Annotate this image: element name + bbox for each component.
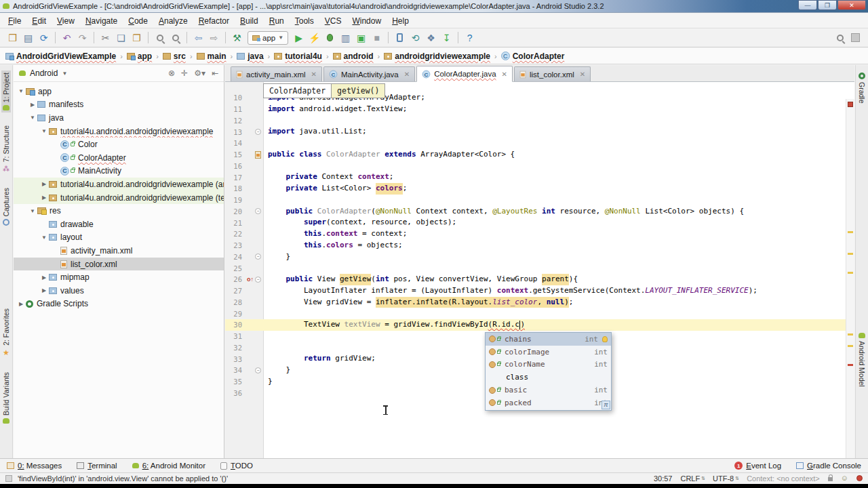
tree-item-values[interactable]: ▶values <box>14 284 224 298</box>
maximize-button[interactable]: ❐ <box>818 0 837 10</box>
toolwindow-button-gradle-console[interactable]: Gradle Console <box>796 462 861 470</box>
project-view-selector[interactable]: Android <box>30 68 58 78</box>
code-line-13[interactable]: 13−import java.util.List; <box>225 126 846 138</box>
chevron-expanded-icon[interactable]: ▼ <box>16 88 26 94</box>
sync-icon[interactable]: ⟳ <box>37 30 51 45</box>
undo-icon[interactable]: ↶ <box>60 30 74 45</box>
toolwindow-button-0-messages[interactable]: 0: Messages <box>7 462 62 470</box>
attach-debugger-icon[interactable]: ▣ <box>354 30 368 45</box>
chevron-collapsed-icon[interactable]: ▶ <box>28 102 37 108</box>
stop-icon[interactable]: ■ <box>370 30 384 45</box>
code-line-19[interactable]: 19 <box>225 195 846 206</box>
breadcrumb-AndroidGridViewExample[interactable]: AndroidGridViewExample <box>5 52 116 61</box>
menu-code[interactable]: Code <box>123 15 153 27</box>
editor-body[interactable]: 10import android.widget.ArrayAdapter;11i… <box>225 82 854 458</box>
project-structure-icon[interactable]: ❖ <box>424 30 438 45</box>
back-icon[interactable]: ⇦ <box>191 30 205 45</box>
menu-view[interactable]: View <box>52 15 80 27</box>
error-stripe-mark[interactable] <box>848 345 853 347</box>
code-line-20[interactable]: 20− public ColorAdapter(@NonNull Context… <box>225 206 846 218</box>
cut-icon[interactable]: ✂ <box>98 30 113 45</box>
tab-close-icon[interactable]: ✕ <box>311 70 317 78</box>
settings-box-icon[interactable] <box>848 30 863 45</box>
code-line-11[interactable]: 11import android.widget.TextView; <box>225 104 846 115</box>
toolwindow-button-terminal[interactable]: Terminal <box>77 462 117 470</box>
tab-activity_main-xml[interactable]: activity_main.xml✕ <box>231 66 322 81</box>
completion-item-chains[interactable]: chainsint <box>486 333 611 346</box>
tree-item-color[interactable]: CColor <box>14 138 224 151</box>
hide-panel-icon[interactable]: ⇤ <box>212 68 218 78</box>
toolwindow-toggle-icon[interactable] <box>5 475 12 482</box>
completion-item-class[interactable]: class <box>486 371 611 384</box>
stripe-button-1-project[interactable]: 1: Project <box>1 70 11 113</box>
stripe-button-7-structure[interactable]: 7: Structure⁂ <box>1 123 11 174</box>
tab-list_color-xml[interactable]: list_color.xml✕ <box>514 66 591 81</box>
line-ending-selector[interactable]: CRLF⇅ <box>680 474 705 483</box>
breadcrumb-androidgridviewexample[interactable]: androidgridviewexample <box>384 52 490 61</box>
stripe-button-2-favorites[interactable]: 2: Favorites★ <box>1 306 11 359</box>
tree-item-drawable[interactable]: drawable <box>14 218 224 231</box>
menu-file[interactable]: File <box>3 15 26 27</box>
make-project-icon[interactable]: ⚒ <box>230 30 244 45</box>
help-icon[interactable]: ? <box>462 30 477 45</box>
fold-marker-icon[interactable]: − <box>255 208 261 214</box>
fold-marker-icon[interactable]: − <box>255 277 261 283</box>
error-stripe-mark[interactable] <box>848 364 853 366</box>
close-button[interactable]: ✕ <box>837 0 866 10</box>
tree-item-app[interactable]: ▼app <box>14 85 224 98</box>
menu-tools[interactable]: Tools <box>290 15 319 27</box>
menu-help[interactable]: Help <box>387 15 414 27</box>
class-file-gutter-icon[interactable] <box>255 151 261 159</box>
tree-item-layout[interactable]: ▼layout <box>14 231 224 245</box>
menu-window[interactable]: Window <box>347 15 387 27</box>
breadcrumb-app[interactable]: app <box>127 52 152 61</box>
code-line-25[interactable]: 25 <box>225 262 846 274</box>
completion-item-colorName[interactable]: colorNameint <box>486 359 611 371</box>
chevron-collapsed-icon[interactable]: ▶ <box>16 301 26 307</box>
chevron-collapsed-icon[interactable]: ▶ <box>39 274 49 281</box>
code-line-12[interactable]: 12 <box>225 115 846 127</box>
tree-item-mainactivity[interactable]: CMainActivity <box>14 165 224 178</box>
toolwindow-button-event-log[interactable]: 1Event Log <box>734 462 781 470</box>
find-icon[interactable] <box>153 30 167 45</box>
error-stripe-scrollbar[interactable] <box>846 99 854 458</box>
tree-item-gradle-scripts[interactable]: ▶Gradle Scripts <box>14 298 224 311</box>
completion-item-colorImage[interactable]: colorImageint <box>486 346 611 359</box>
code-line-23[interactable]: 23 this.colors = objects; <box>225 240 846 251</box>
run-configuration-selector[interactable]: app▼ <box>248 31 288 45</box>
avd-manager-icon[interactable] <box>393 30 407 45</box>
save-all-icon[interactable]: ▤ <box>21 30 35 45</box>
menu-navigate[interactable]: Navigate <box>80 15 123 27</box>
forward-icon[interactable]: ⇨ <box>207 30 221 45</box>
lock-icon[interactable] <box>828 477 833 481</box>
code-line-18[interactable]: 18 private List<Color> colors; <box>225 183 846 195</box>
profiler-icon[interactable]: ▥ <box>338 30 353 45</box>
code-line-17[interactable]: 17 private Context context; <box>225 171 846 183</box>
tab-mainactivity-java[interactable]: CMainActivity.java✕ <box>323 66 415 81</box>
tab-coloradapter-java[interactable]: CColorAdapter.java✕ <box>416 66 513 82</box>
fold-marker-icon[interactable]: − <box>255 253 261 260</box>
stripe-button-captures[interactable]: Captures <box>1 186 11 228</box>
tree-item-tutorial4u-android-androidgridviewexample-te[interactable]: ▶tutorial4u.android.androidgridviewexamp… <box>14 191 224 205</box>
find-usages-icon[interactable] <box>168 30 182 45</box>
breadcrumb-tutorial4u[interactable]: tutorial4u <box>274 52 322 61</box>
fold-marker-icon[interactable]: − <box>255 367 261 373</box>
sdk-manager-icon[interactable]: ↧ <box>439 30 454 45</box>
completion-sort-icon[interactable]: π <box>601 401 610 409</box>
tree-item-tutorial4u-android-androidgridviewexample-an[interactable]: ▶tutorial4u.android.androidgridviewexamp… <box>14 178 224 191</box>
tree-item-manifests[interactable]: ▶manifests <box>14 98 224 112</box>
error-stripe-mark[interactable] <box>848 272 853 274</box>
stripe-button-android-model[interactable]: Android Model <box>857 331 867 389</box>
stripe-button-build-variants[interactable]: Build Variants <box>1 370 11 426</box>
code-line-22[interactable]: 22 this.context = context; <box>225 228 846 240</box>
collapse-all-icon[interactable]: ⊗ <box>168 68 175 78</box>
inspection-status-indicator[interactable] <box>848 102 853 107</box>
menu-run[interactable]: Run <box>264 15 290 27</box>
code-line-16[interactable]: 16 <box>225 161 846 172</box>
breadcrumb-android[interactable]: android <box>333 52 374 61</box>
menu-edit[interactable]: Edit <box>26 15 52 27</box>
completion-item-packed[interactable]: packedint <box>486 396 611 409</box>
error-stripe-mark[interactable] <box>848 333 853 336</box>
code-line-29[interactable]: 29 <box>225 308 846 319</box>
tree-item-mipmap[interactable]: ▶mipmap <box>14 270 224 284</box>
